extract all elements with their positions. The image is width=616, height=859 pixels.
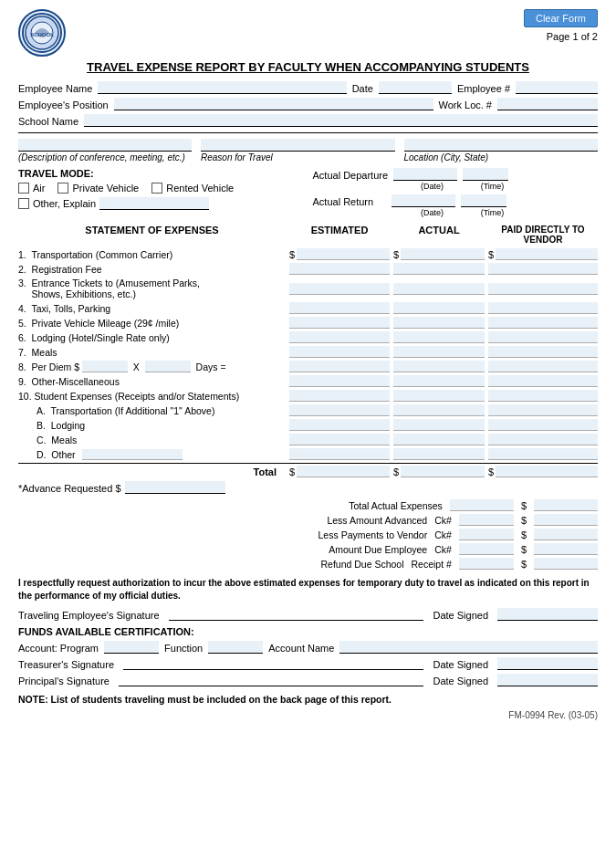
actual-field-10b[interactable] xyxy=(393,419,485,431)
paid-field-7[interactable] xyxy=(488,346,598,358)
actual-field-3[interactable] xyxy=(393,283,485,295)
paid-field-9[interactable] xyxy=(488,375,598,387)
total-actual-field[interactable] xyxy=(401,466,485,477)
actual-field-10d[interactable] xyxy=(393,448,485,460)
date-signed-field-2[interactable] xyxy=(497,657,598,670)
actual-field-10a[interactable] xyxy=(393,404,485,416)
account-name-label: Account Name xyxy=(268,643,334,654)
estimated-field-10d[interactable] xyxy=(289,448,390,460)
total-estimated-field[interactable] xyxy=(297,466,390,477)
rented-vehicle-checkbox[interactable] xyxy=(151,183,162,194)
paid-field-10b[interactable] xyxy=(488,419,598,431)
position-field[interactable] xyxy=(114,98,433,110)
total-actual-dollar[interactable] xyxy=(534,499,598,511)
employee-name-field[interactable] xyxy=(98,81,346,94)
actual-field-8[interactable] xyxy=(393,361,485,372)
other-checkbox[interactable] xyxy=(18,198,29,209)
paid-field-3[interactable] xyxy=(488,283,598,295)
ck-field-3[interactable] xyxy=(459,543,514,555)
private-vehicle-option[interactable]: Private Vehicle xyxy=(57,183,139,194)
employee-num-field[interactable] xyxy=(516,81,598,94)
paid-field-6[interactable] xyxy=(488,331,598,343)
other-explain-field[interactable] xyxy=(99,197,209,210)
account-name-field[interactable] xyxy=(339,641,598,654)
paid-field-2[interactable] xyxy=(488,263,598,275)
air-option[interactable]: Air xyxy=(18,183,45,194)
departure-time-field[interactable] xyxy=(463,168,508,181)
estimated-field-10a[interactable] xyxy=(289,404,390,416)
actual-field-4[interactable] xyxy=(393,302,485,314)
position-label: Employee's Position xyxy=(18,100,109,110)
advance-field[interactable] xyxy=(125,481,225,494)
program-field[interactable] xyxy=(104,641,159,654)
air-checkbox[interactable] xyxy=(18,183,29,194)
description-field[interactable] xyxy=(18,139,192,152)
estimated-field-2[interactable] xyxy=(289,263,390,275)
function-field[interactable] xyxy=(208,641,263,654)
rented-vehicle-option[interactable]: Rented Vehicle xyxy=(151,183,234,194)
other-option[interactable]: Other, Explain xyxy=(18,197,304,210)
actual-field-1[interactable] xyxy=(401,248,485,260)
departure-date-field[interactable] xyxy=(393,168,457,181)
per-diem-days-field[interactable] xyxy=(145,361,191,372)
actual-field-10c[interactable] xyxy=(393,434,485,445)
refund-dollar[interactable] xyxy=(534,558,598,570)
total-actual-result[interactable] xyxy=(450,499,514,511)
estimated-field-1[interactable] xyxy=(297,248,390,260)
less-advanced-dollar[interactable] xyxy=(534,514,598,526)
date-signed-field-1[interactable] xyxy=(497,608,598,621)
less-payments-dollar[interactable] xyxy=(534,529,598,540)
receipt-field[interactable] xyxy=(459,558,514,570)
date-field[interactable] xyxy=(379,81,452,94)
svg-text:SCHOOL: SCHOOL xyxy=(30,32,54,37)
actual-1: $ xyxy=(393,248,485,260)
less-advanced-row: Less Amount Advanced Ck# $ xyxy=(18,514,598,526)
amount-due-label: Amount Due Employee xyxy=(329,544,427,555)
estimated-field-7[interactable] xyxy=(289,346,390,358)
estimated-field-10c[interactable] xyxy=(289,434,390,445)
ck-field-2[interactable] xyxy=(459,529,514,540)
paid-field-10d[interactable] xyxy=(488,448,598,460)
traveling-sig-field[interactable] xyxy=(169,608,424,621)
paid-field-10c[interactable] xyxy=(488,434,598,445)
actual-field-5[interactable] xyxy=(393,317,485,329)
actual-field-6[interactable] xyxy=(393,331,485,343)
location-field[interactable] xyxy=(404,139,599,152)
estimated-field-5[interactable] xyxy=(289,317,390,329)
paid-field-4[interactable] xyxy=(488,302,598,314)
per-diem-amount-field[interactable] xyxy=(82,361,128,372)
paid-field-10[interactable] xyxy=(488,390,598,402)
return-date-field[interactable] xyxy=(392,194,455,207)
actual-field-10[interactable] xyxy=(393,390,485,402)
clear-form-button[interactable]: Clear Form xyxy=(524,9,598,27)
estimated-field-4[interactable] xyxy=(289,302,390,314)
work-loc-field[interactable] xyxy=(497,98,598,110)
other-field-10d[interactable] xyxy=(82,449,183,460)
estimated-field-10[interactable] xyxy=(289,390,390,402)
amount-due-dollar[interactable] xyxy=(534,543,598,555)
actual-field-2[interactable] xyxy=(393,263,485,275)
actual-field-7[interactable] xyxy=(393,346,485,358)
estimated-field-6[interactable] xyxy=(289,331,390,343)
estimated-field-8[interactable] xyxy=(289,361,390,372)
estimated-field-3[interactable] xyxy=(289,283,390,295)
principal-sig-field[interactable] xyxy=(119,674,424,686)
paid-field-10a[interactable] xyxy=(488,404,598,416)
paid-field-8[interactable] xyxy=(488,361,598,372)
actual-field-9[interactable] xyxy=(393,375,485,387)
reason-field[interactable] xyxy=(201,139,395,152)
receipt-label: Receipt # xyxy=(412,559,452,570)
treasurer-sig-field[interactable] xyxy=(123,657,423,670)
school-name-field[interactable] xyxy=(84,114,598,127)
statement-text: I respectfully request authorization to … xyxy=(18,577,598,602)
return-time-field[interactable] xyxy=(461,194,506,207)
date-signed-field-3[interactable] xyxy=(497,674,598,686)
paid-field-5[interactable] xyxy=(488,317,598,329)
estimated-field-9[interactable] xyxy=(289,375,390,387)
private-vehicle-checkbox[interactable] xyxy=(57,183,68,194)
principal-sig-label: Principal's Signature xyxy=(18,676,110,686)
estimated-field-10b[interactable] xyxy=(289,419,390,431)
paid-field-1[interactable] xyxy=(496,248,598,260)
total-paid-field[interactable] xyxy=(496,466,598,477)
ck-field-1[interactable] xyxy=(459,514,514,526)
